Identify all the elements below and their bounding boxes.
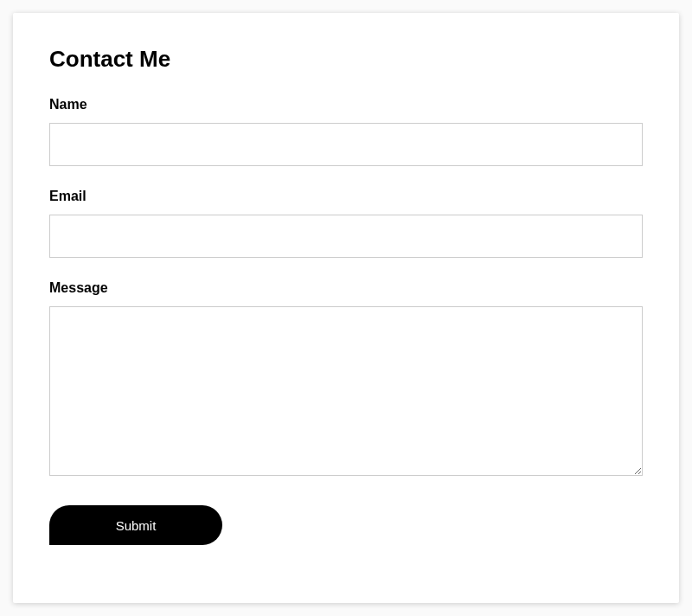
message-group: Message [49, 280, 643, 479]
form-title: Contact Me [49, 46, 643, 73]
message-label: Message [49, 280, 643, 296]
name-label: Name [49, 97, 643, 112]
email-input[interactable] [49, 215, 643, 258]
message-input[interactable] [49, 306, 643, 476]
contact-form: Name Email Message Submit [49, 97, 643, 545]
name-input[interactable] [49, 123, 643, 166]
email-group: Email [49, 189, 643, 258]
contact-card: Contact Me Name Email Message Submit [13, 13, 679, 603]
email-label: Email [49, 189, 643, 204]
name-group: Name [49, 97, 643, 166]
submit-button[interactable]: Submit [49, 505, 222, 545]
